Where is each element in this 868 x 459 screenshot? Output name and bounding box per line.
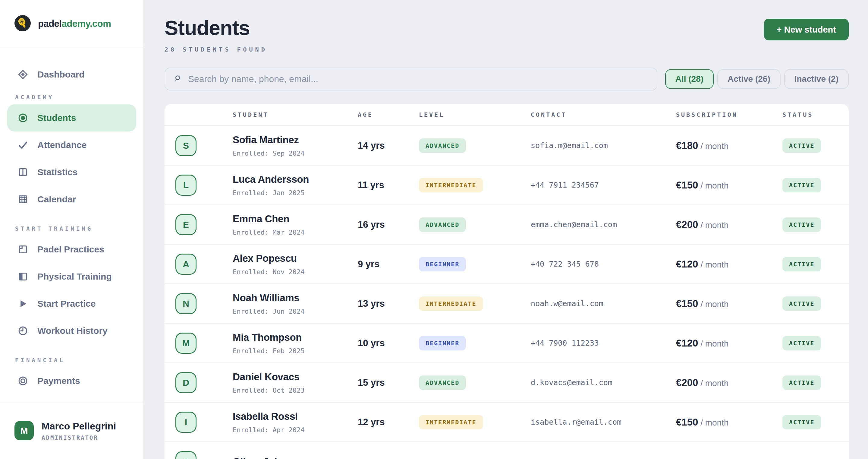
clock-icon	[18, 325, 28, 336]
sidebar-item-padel-practices[interactable]: Padel Practices	[7, 236, 136, 263]
sidebar-nav: DashboardACADEMYStudentsAttendanceStatis…	[0, 48, 144, 395]
sidebar-item-calendar[interactable]: Calendar	[7, 186, 136, 213]
search-input[interactable]	[188, 74, 648, 84]
student-row-daniel-kovacs[interactable]: DDaniel KovacsEnrolled: Oct 202315 yrsAD…	[164, 363, 849, 403]
level-badge: INTERMEDIATE	[419, 415, 483, 429]
student-contact: isabella.r@email.com	[531, 418, 676, 426]
status-badge: ACTIVE	[782, 296, 821, 311]
level-badge: BEGINNER	[419, 336, 466, 350]
status-badge: ACTIVE	[782, 336, 821, 350]
filter-all-[interactable]: All (28)	[665, 69, 714, 89]
student-enrolled: Enrolled: Feb 2025	[233, 347, 358, 355]
search-box[interactable]	[164, 67, 657, 90]
student-row-luca-andersson[interactable]: LLuca AnderssonEnrolled: Jan 202511 yrsI…	[164, 166, 849, 205]
student-row-noah-williams[interactable]: NNoah WilliamsEnrolled: Jun 202413 yrsIN…	[164, 284, 849, 323]
student-name: Mia Thompson	[233, 332, 358, 343]
sidebar-item-statistics[interactable]: Statistics	[7, 159, 136, 186]
sidebar-item-label: Start Practice	[37, 298, 96, 309]
student-row-mia-thompson[interactable]: MMia ThompsonEnrolled: Feb 202510 yrsBEG…	[164, 323, 849, 363]
student-name: Luca Andersson	[233, 174, 358, 185]
student-avatar: L	[176, 175, 196, 196]
circle-dot-icon	[18, 113, 28, 123]
check-icon	[18, 140, 28, 150]
level-badge: BEGINNER	[419, 257, 466, 271]
student-avatar: A	[176, 254, 196, 275]
level-badge: INTERMEDIATE	[419, 296, 483, 311]
sidebar-item-students[interactable]: Students	[7, 104, 136, 132]
new-student-button[interactable]: + New student	[764, 19, 849, 40]
brand-name-primary: padel	[38, 19, 61, 29]
subscription-price: €150 / month	[676, 298, 782, 309]
student-avatar: N	[176, 293, 196, 314]
student-age: 10 yrs	[358, 338, 419, 349]
results-count: 28 STUDENTS FOUND	[164, 46, 267, 53]
grid-icon	[18, 194, 28, 205]
padel-racket-icon	[14, 15, 31, 33]
sidebar-item-label: Padel Practices	[37, 244, 104, 255]
student-enrolled: Enrolled: Sep 2024	[233, 150, 358, 157]
student-contact: +40 722 345 678	[531, 260, 676, 268]
student-enrolled: Enrolled: Jan 2025	[233, 189, 358, 197]
sidebar-item-workout-history[interactable]: Workout History	[7, 317, 136, 344]
main-content: Students 28 STUDENTS FOUND + New student…	[144, 0, 868, 459]
student-enrolled: Enrolled: Jun 2024	[233, 308, 358, 315]
user-profile[interactable]: M Marco Pellegrini ADMINISTRATOR	[0, 402, 144, 459]
status-badge: ACTIVE	[782, 138, 821, 153]
student-row-isabella-rossi[interactable]: IIsabella RossiEnrolled: Apr 202412 yrsI…	[164, 403, 849, 442]
student-enrolled: Enrolled: Mar 2024	[233, 229, 358, 236]
student-avatar: D	[176, 372, 196, 393]
user-role: ADMINISTRATOR	[41, 434, 116, 441]
subscription-price: €180 / month	[676, 140, 782, 151]
nav-section-start-training: START TRAINING	[15, 224, 136, 233]
column-header-status: STATUS	[782, 111, 849, 118]
student-name: Emma Chen	[233, 213, 358, 225]
status-badge: ACTIVE	[782, 415, 821, 429]
column-header-age: AGE	[358, 111, 419, 118]
sidebar-item-label: Workout History	[37, 326, 107, 336]
student-avatar: M	[176, 333, 196, 354]
student-contact: sofia.m@email.com	[531, 141, 676, 150]
student-age: 9 yrs	[358, 259, 419, 269]
status-badge: ACTIVE	[782, 375, 821, 390]
column-header-student: STUDENT	[233, 111, 358, 118]
diamond-icon	[18, 69, 28, 80]
level-badge: ADVANCED	[419, 138, 466, 153]
brand-logo[interactable]: padelademy.com	[0, 0, 144, 48]
student-enrolled: Enrolled: Nov 2024	[233, 268, 358, 276]
student-age: 13 yrs	[358, 298, 419, 309]
filter-active-[interactable]: Active (26)	[717, 69, 781, 89]
student-age: 14 yrs	[358, 140, 419, 151]
subscription-price: €200 / month	[676, 377, 782, 389]
status-badge: ACTIVE	[782, 257, 821, 271]
brand-name: padelademy.com	[38, 19, 111, 29]
column-header-subscription: SUBSCRIPTION	[676, 111, 782, 118]
nav-section-academy: ACADEMY	[15, 92, 136, 102]
sidebar-item-attendance[interactable]: Attendance	[7, 132, 136, 159]
sidebar-item-label: Dashboard	[37, 69, 85, 80]
student-row-alex-popescu[interactable]: AAlex PopescuEnrolled: Nov 20249 yrsBEGI…	[164, 245, 849, 284]
table-header: STUDENTAGELEVELCONTACTSUBSCRIPTIONSTATUS	[164, 104, 849, 126]
column-header-level: LEVEL	[419, 111, 531, 118]
student-row-sofia-martinez[interactable]: SSofia MartinezEnrolled: Sep 202414 yrsA…	[164, 126, 849, 166]
filter-inactive-[interactable]: Inactive (2)	[784, 69, 849, 89]
filter-group: All (28)Active (26)Inactive (2)	[665, 69, 849, 89]
student-row-oliver-johansson[interactable]: OOliver Johansson	[164, 442, 849, 459]
nav-section-financial: FINANCIAL	[15, 355, 136, 365]
sidebar: padelademy.com DashboardACADEMYStudentsA…	[0, 0, 144, 459]
level-badge: ADVANCED	[419, 375, 466, 390]
student-age: 11 yrs	[358, 180, 419, 191]
status-badge: ACTIVE	[782, 218, 821, 232]
sidebar-item-dashboard[interactable]: Dashboard	[7, 61, 136, 88]
play-icon	[18, 298, 28, 309]
student-avatar: I	[176, 412, 196, 433]
subscription-price: €120 / month	[676, 258, 782, 270]
sidebar-item-label: Calendar	[37, 194, 76, 204]
sidebar-item-payments[interactable]: Payments	[7, 367, 136, 395]
sidebar-item-start-practice[interactable]: Start Practice	[7, 290, 136, 317]
student-row-emma-chen[interactable]: EEmma ChenEnrolled: Mar 202416 yrsADVANC…	[164, 205, 849, 245]
subscription-price: €120 / month	[676, 338, 782, 349]
sidebar-item-physical-training[interactable]: Physical Training	[7, 263, 136, 290]
student-contact: emma.chen@email.com	[531, 220, 676, 229]
sidebar-item-label: Attendance	[37, 140, 87, 150]
student-name: Daniel Kovacs	[233, 371, 358, 383]
